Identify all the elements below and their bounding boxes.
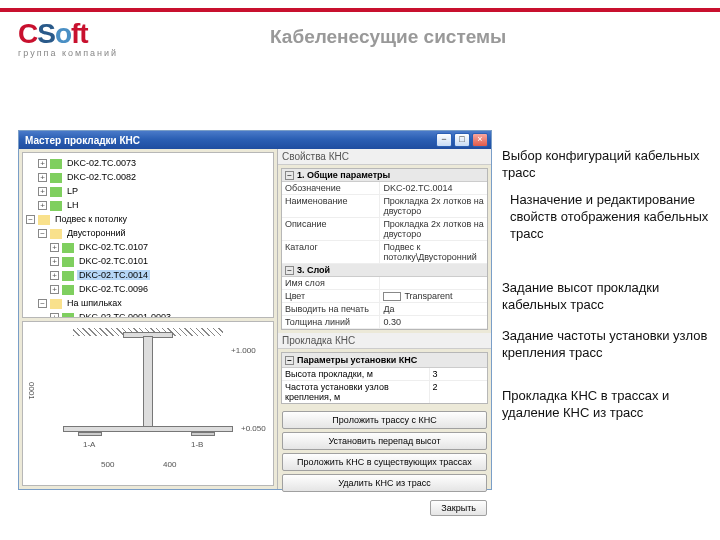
prop-value[interactable]: Подвес к потолку\Двусторонний [380,241,487,263]
prop-key: Обозначение [282,182,380,194]
dimension-label: 400 [163,460,176,469]
height-label: 0001 [27,382,36,400]
section-diagram: +1.000 +0.050 0001 1-А 1-В 500 400 [22,321,274,486]
logo-subtitle: группа компаний [18,48,118,58]
logo: CSoft группа компаний [18,18,118,58]
tree-node[interactable]: +DKC-02.TC.0096 [26,282,270,296]
item-icon [62,243,74,253]
delete-kns-button[interactable]: Удалить КНС из трасс [282,474,487,492]
tree-label: DKC-02.TC.0001-0003 [77,312,173,318]
tree-node[interactable]: +DKC-02.TC.0101 [26,254,270,268]
tree-node[interactable]: +DKC-02.TC.0073 [26,156,270,170]
item-icon [62,271,74,281]
prop-group: −3. Слой [282,264,487,277]
logo-letter: ft [71,18,88,49]
route-existing-button[interactable]: Проложить КНС в существующих трассах [282,453,487,471]
tree-label: DKC-02.TC.0014 [77,270,150,280]
param-key: Частота установки узлов крепления, м [282,381,430,403]
prop-key: Цвет [282,290,380,302]
expand-icon[interactable]: + [38,187,47,196]
expand-icon[interactable]: + [50,285,59,294]
item-icon [50,201,62,211]
prop-key: Описание [282,218,380,240]
prop-value[interactable] [380,277,487,289]
prop-value[interactable]: Да [380,303,487,315]
tree-node[interactable]: +DKC-02.TC.0082 [26,170,270,184]
install-params: −Параметры установки КНС Высота прокладк… [281,352,488,404]
install-panel-title: Прокладка КНС [278,333,491,349]
folder-icon [50,299,62,309]
tree-node[interactable]: +LH [26,198,270,212]
tree-label: DKC-02.TC.0107 [77,242,150,252]
set-elevation-button[interactable]: Установить перепад высот [282,432,487,450]
expand-icon[interactable]: − [26,215,35,224]
prop-key: Наименование [282,195,380,217]
caption-3: Задание высот прокладки кабельных трасс [502,280,712,314]
folder-icon [50,229,62,239]
item-icon [50,187,62,197]
collapse-icon[interactable]: − [285,356,294,365]
prop-key: Толщина линий [282,316,380,328]
property-grid[interactable]: −1. Общие параметры ОбозначениеDKC-02.TC… [281,168,488,330]
route-with-kns-button[interactable]: Проложить трассу с КНС [282,411,487,429]
tree-node[interactable]: +DKC-02.TC.0014 [26,268,270,282]
item-icon [62,285,74,295]
expand-icon[interactable]: − [38,229,47,238]
tree-node[interactable]: −На шпильках [26,296,270,310]
expand-icon[interactable]: + [38,201,47,210]
tree-label: DKC-02.TC.0073 [65,158,138,168]
param-value[interactable]: 2 [430,381,487,403]
folder-icon [38,215,50,225]
props-panel-title: Свойства КНС [278,149,491,165]
dialog-footer: Закрыть [278,496,491,520]
action-buttons: Проложить трассу с КНС Установить перепа… [278,407,491,496]
close-dialog-button[interactable]: Закрыть [430,500,487,516]
tree-node[interactable]: −Двусторонний [26,226,270,240]
prop-value[interactable]: 0.30 [380,316,487,328]
item-icon [50,159,62,169]
prop-value[interactable]: Прокладка 2х лотков на двусторо [380,218,487,240]
config-tree[interactable]: +DKC-02.TC.0073+DKC-02.TC.0082+LP+LH−Под… [22,152,274,318]
caption-1: Выбор конфигураций кабельных трасс [502,148,712,182]
header-divider [0,8,720,12]
tree-node[interactable]: +LP [26,184,270,198]
prop-key: Каталог [282,241,380,263]
prop-value[interactable]: DKC-02.TC.0014 [380,182,487,194]
tree-node[interactable]: +DKC-02.TC.0001-0003 [26,310,270,318]
expand-icon[interactable]: + [50,257,59,266]
maximize-button[interactable]: □ [454,133,470,147]
tree-label: На шпильках [65,298,124,308]
prop-key: Имя слоя [282,277,380,289]
param-value[interactable]: 3 [430,368,487,380]
tray-right [191,432,215,436]
axis-label: 1-А [83,440,95,449]
collapse-icon[interactable]: − [285,266,294,275]
param-key: Высота прокладки, м [282,368,430,380]
logo-letter: C [18,18,37,49]
minimize-button[interactable]: − [436,133,452,147]
elevation-label: +1.000 [231,346,256,355]
close-button[interactable]: × [472,133,488,147]
caption-5: Прокладка КНС в трассах и удаление КНС и… [502,388,712,422]
caption-4: Задание частоты установки узлов креплени… [502,328,712,362]
expand-icon[interactable]: + [50,271,59,280]
tree-label: LH [65,200,81,210]
titlebar[interactable]: Мастер прокладки КНС − □ × [19,131,491,149]
item-icon [62,257,74,267]
tree-label: DKC-02.TC.0101 [77,256,150,266]
expand-icon[interactable]: − [38,299,47,308]
prop-value[interactable]: Прокладка 2х лотков на двусторо [380,195,487,217]
expand-icon[interactable]: + [50,313,59,318]
prop-value[interactable]: Transparent [380,290,487,302]
collapse-icon[interactable]: − [285,171,294,180]
tree-node[interactable]: +DKC-02.TC.0107 [26,240,270,254]
expand-icon[interactable]: + [38,159,47,168]
tree-node[interactable]: −Подвес к потолку [26,212,270,226]
page-title: Кабеленесущие системы [270,26,506,48]
prop-group: −1. Общие параметры [282,169,487,182]
expand-icon[interactable]: + [50,243,59,252]
tree-label: DKC-02.TC.0096 [77,284,150,294]
tree-label: LP [65,186,80,196]
expand-icon[interactable]: + [38,173,47,182]
elevation-label: +0.050 [241,424,266,433]
